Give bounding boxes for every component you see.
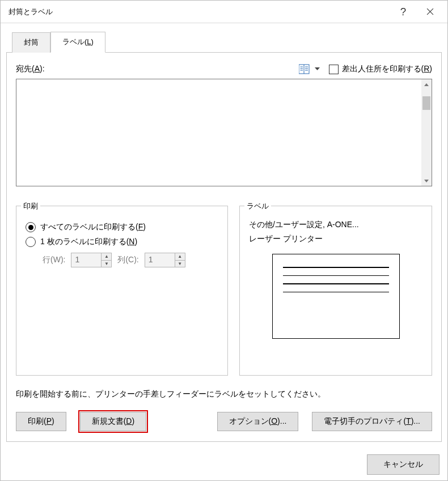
address-textarea-inner[interactable] bbox=[16, 79, 421, 186]
hint-text: 印刷を開始する前に、プリンターの手差しフィーダーにラベルをセットしてください。 bbox=[16, 389, 432, 399]
row-value: 1 bbox=[71, 253, 101, 267]
address-book-dropdown[interactable] bbox=[295, 63, 323, 75]
chevron-down-icon bbox=[315, 67, 320, 71]
label-printer-type: レーザー プリンター bbox=[249, 232, 422, 246]
label-product: その他/ユーザー設定, A-ONE... bbox=[249, 218, 422, 232]
dialog-footer: キャンセル bbox=[1, 448, 447, 481]
options-button[interactable]: オプション(O)... bbox=[217, 412, 299, 431]
return-address-label: 差出人住所を印刷する(R) bbox=[342, 64, 432, 74]
print-group: 印刷 すべてのラベルに印刷する(F) 1 枚のラベルに印刷する(N) 行(W):… bbox=[16, 206, 228, 376]
tab-labels[interactable]: ラベル(L) bbox=[50, 32, 105, 53]
col-label: 列(C): bbox=[117, 255, 138, 265]
row-label: 行(W): bbox=[43, 255, 65, 265]
spin-down-icon[interactable]: ▼ bbox=[175, 261, 185, 267]
address-textarea[interactable] bbox=[16, 79, 432, 186]
scroll-down-icon[interactable] bbox=[421, 176, 432, 186]
close-button[interactable] bbox=[417, 1, 443, 23]
radio-single-label[interactable]: 1 枚のラベルに印刷する(N) bbox=[26, 237, 218, 247]
print-button[interactable]: 印刷(P) bbox=[16, 412, 66, 431]
address-header-row: 宛先(A): 差出人住所を印刷する(R bbox=[16, 63, 432, 75]
titlebar: 封筒とラベル ? bbox=[1, 1, 447, 23]
col-value: 1 bbox=[145, 253, 175, 267]
spin-down-icon[interactable]: ▼ bbox=[102, 261, 111, 267]
scroll-thumb[interactable] bbox=[422, 96, 430, 110]
address-book-icon bbox=[299, 64, 311, 74]
groups-row: 印刷 すべてのラベルに印刷する(F) 1 枚のラベルに印刷する(N) 行(W):… bbox=[16, 206, 432, 376]
tab-panel-labels: 宛先(A): 差出人住所を印刷する(R bbox=[6, 52, 442, 442]
row-col-row: 行(W): 1 ▲ ▼ 列(C): 1 ▲ ▼ bbox=[26, 253, 218, 267]
return-address-checkbox[interactable]: 差出人住所を印刷する(R) bbox=[329, 64, 432, 74]
window-title: 封筒とラベル bbox=[9, 7, 391, 17]
radio-icon bbox=[26, 237, 36, 247]
scroll-track[interactable] bbox=[421, 90, 432, 176]
scroll-up-icon[interactable] bbox=[421, 79, 432, 90]
label-legend: ラベル bbox=[244, 201, 271, 211]
radio-icon bbox=[26, 222, 36, 232]
label-preview-icon bbox=[272, 254, 400, 339]
checkbox-box bbox=[329, 65, 339, 74]
scrollbar[interactable] bbox=[421, 79, 432, 186]
tabs: 封筒 ラベル(L) bbox=[1, 31, 447, 52]
radio-all-label: すべてのラベルに印刷する(F) bbox=[40, 222, 146, 232]
address-label: 宛先(A): bbox=[16, 64, 45, 74]
label-info: その他/ユーザー設定, A-ONE... レーザー プリンター bbox=[249, 218, 422, 246]
radio-all-labels[interactable]: すべてのラベルに印刷する(F) bbox=[26, 222, 218, 232]
row-spinner[interactable]: 1 ▲ ▼ bbox=[71, 253, 112, 267]
col-spinner[interactable]: 1 ▲ ▼ bbox=[145, 253, 185, 267]
print-legend: 印刷 bbox=[21, 201, 40, 211]
help-button[interactable]: ? bbox=[391, 1, 417, 23]
new-document-button[interactable]: 新規文書(D) bbox=[80, 412, 146, 431]
cancel-button[interactable]: キャンセル bbox=[367, 454, 439, 475]
spin-up-icon[interactable]: ▲ bbox=[102, 253, 111, 261]
label-group[interactable]: ラベル その他/ユーザー設定, A-ONE... レーザー プリンター bbox=[239, 206, 432, 376]
svg-text:?: ? bbox=[400, 6, 406, 18]
button-row: 印刷(P) 新規文書(D) オプション(O)... 電子切手のプロパティ(T).… bbox=[16, 412, 432, 431]
epostage-properties-button[interactable]: 電子切手のプロパティ(T)... bbox=[312, 412, 432, 431]
tab-envelopes[interactable]: 封筒 bbox=[12, 32, 50, 53]
radio-single-labeltext: 1 枚のラベルに印刷する(N) bbox=[40, 237, 137, 247]
spin-up-icon[interactable]: ▲ bbox=[175, 253, 185, 261]
